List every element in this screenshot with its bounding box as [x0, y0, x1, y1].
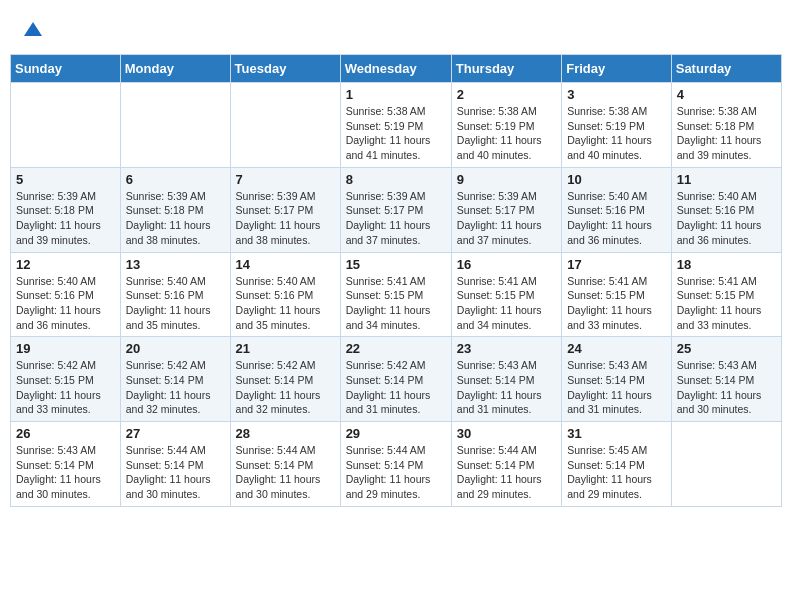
- calendar-cell: 16Sunrise: 5:41 AMSunset: 5:15 PMDayligh…: [451, 252, 561, 337]
- calendar-cell: 17Sunrise: 5:41 AMSunset: 5:15 PMDayligh…: [562, 252, 672, 337]
- calendar-week-1: 1Sunrise: 5:38 AMSunset: 5:19 PMDaylight…: [11, 83, 782, 168]
- day-info: Sunrise: 5:41 AMSunset: 5:15 PMDaylight:…: [677, 274, 776, 333]
- day-number: 31: [567, 426, 666, 441]
- day-number: 29: [346, 426, 446, 441]
- calendar-cell: 7Sunrise: 5:39 AMSunset: 5:17 PMDaylight…: [230, 167, 340, 252]
- col-header-sunday: Sunday: [11, 55, 121, 83]
- calendar-cell: 5Sunrise: 5:39 AMSunset: 5:18 PMDaylight…: [11, 167, 121, 252]
- day-info: Sunrise: 5:41 AMSunset: 5:15 PMDaylight:…: [457, 274, 556, 333]
- calendar-cell: 6Sunrise: 5:39 AMSunset: 5:18 PMDaylight…: [120, 167, 230, 252]
- day-number: 3: [567, 87, 666, 102]
- calendar-cell: [230, 83, 340, 168]
- day-info: Sunrise: 5:42 AMSunset: 5:14 PMDaylight:…: [126, 358, 225, 417]
- calendar-week-5: 26Sunrise: 5:43 AMSunset: 5:14 PMDayligh…: [11, 422, 782, 507]
- calendar-cell: 20Sunrise: 5:42 AMSunset: 5:14 PMDayligh…: [120, 337, 230, 422]
- calendar-cell: 28Sunrise: 5:44 AMSunset: 5:14 PMDayligh…: [230, 422, 340, 507]
- day-info: Sunrise: 5:39 AMSunset: 5:18 PMDaylight:…: [16, 189, 115, 248]
- calendar-cell: 9Sunrise: 5:39 AMSunset: 5:17 PMDaylight…: [451, 167, 561, 252]
- day-number: 14: [236, 257, 335, 272]
- col-header-tuesday: Tuesday: [230, 55, 340, 83]
- calendar-cell: 10Sunrise: 5:40 AMSunset: 5:16 PMDayligh…: [562, 167, 672, 252]
- day-number: 16: [457, 257, 556, 272]
- calendar-cell: 12Sunrise: 5:40 AMSunset: 5:16 PMDayligh…: [11, 252, 121, 337]
- day-number: 19: [16, 341, 115, 356]
- day-info: Sunrise: 5:38 AMSunset: 5:19 PMDaylight:…: [457, 104, 556, 163]
- calendar-cell: 31Sunrise: 5:45 AMSunset: 5:14 PMDayligh…: [562, 422, 672, 507]
- svg-marker-0: [24, 22, 42, 36]
- calendar-cell: 24Sunrise: 5:43 AMSunset: 5:14 PMDayligh…: [562, 337, 672, 422]
- calendar-cell: 14Sunrise: 5:40 AMSunset: 5:16 PMDayligh…: [230, 252, 340, 337]
- calendar-cell: 11Sunrise: 5:40 AMSunset: 5:16 PMDayligh…: [671, 167, 781, 252]
- calendar-cell: 21Sunrise: 5:42 AMSunset: 5:14 PMDayligh…: [230, 337, 340, 422]
- calendar-header-row: SundayMondayTuesdayWednesdayThursdayFrid…: [11, 55, 782, 83]
- day-info: Sunrise: 5:44 AMSunset: 5:14 PMDaylight:…: [457, 443, 556, 502]
- day-number: 5: [16, 172, 115, 187]
- calendar-cell: 2Sunrise: 5:38 AMSunset: 5:19 PMDaylight…: [451, 83, 561, 168]
- day-number: 21: [236, 341, 335, 356]
- day-number: 11: [677, 172, 776, 187]
- calendar-cell: [120, 83, 230, 168]
- calendar-table: SundayMondayTuesdayWednesdayThursdayFrid…: [10, 54, 782, 507]
- day-number: 9: [457, 172, 556, 187]
- calendar-cell: 13Sunrise: 5:40 AMSunset: 5:16 PMDayligh…: [120, 252, 230, 337]
- day-number: 15: [346, 257, 446, 272]
- calendar-cell: 1Sunrise: 5:38 AMSunset: 5:19 PMDaylight…: [340, 83, 451, 168]
- calendar-cell: 22Sunrise: 5:42 AMSunset: 5:14 PMDayligh…: [340, 337, 451, 422]
- day-number: 4: [677, 87, 776, 102]
- day-info: Sunrise: 5:40 AMSunset: 5:16 PMDaylight:…: [126, 274, 225, 333]
- day-number: 27: [126, 426, 225, 441]
- day-number: 1: [346, 87, 446, 102]
- calendar-cell: 18Sunrise: 5:41 AMSunset: 5:15 PMDayligh…: [671, 252, 781, 337]
- day-number: 10: [567, 172, 666, 187]
- calendar-cell: 19Sunrise: 5:42 AMSunset: 5:15 PMDayligh…: [11, 337, 121, 422]
- calendar-cell: 4Sunrise: 5:38 AMSunset: 5:18 PMDaylight…: [671, 83, 781, 168]
- day-number: 20: [126, 341, 225, 356]
- col-header-saturday: Saturday: [671, 55, 781, 83]
- calendar-cell: 8Sunrise: 5:39 AMSunset: 5:17 PMDaylight…: [340, 167, 451, 252]
- day-info: Sunrise: 5:42 AMSunset: 5:14 PMDaylight:…: [346, 358, 446, 417]
- calendar-cell: 25Sunrise: 5:43 AMSunset: 5:14 PMDayligh…: [671, 337, 781, 422]
- day-info: Sunrise: 5:38 AMSunset: 5:18 PMDaylight:…: [677, 104, 776, 163]
- page-header: [10, 10, 782, 50]
- day-number: 26: [16, 426, 115, 441]
- calendar-cell: 23Sunrise: 5:43 AMSunset: 5:14 PMDayligh…: [451, 337, 561, 422]
- day-number: 17: [567, 257, 666, 272]
- day-info: Sunrise: 5:40 AMSunset: 5:16 PMDaylight:…: [16, 274, 115, 333]
- calendar-cell: 30Sunrise: 5:44 AMSunset: 5:14 PMDayligh…: [451, 422, 561, 507]
- day-info: Sunrise: 5:39 AMSunset: 5:17 PMDaylight:…: [346, 189, 446, 248]
- calendar-week-2: 5Sunrise: 5:39 AMSunset: 5:18 PMDaylight…: [11, 167, 782, 252]
- day-number: 18: [677, 257, 776, 272]
- day-info: Sunrise: 5:44 AMSunset: 5:14 PMDaylight:…: [236, 443, 335, 502]
- day-info: Sunrise: 5:44 AMSunset: 5:14 PMDaylight:…: [346, 443, 446, 502]
- calendar-cell: [671, 422, 781, 507]
- calendar-cell: 26Sunrise: 5:43 AMSunset: 5:14 PMDayligh…: [11, 422, 121, 507]
- day-number: 7: [236, 172, 335, 187]
- calendar-cell: 15Sunrise: 5:41 AMSunset: 5:15 PMDayligh…: [340, 252, 451, 337]
- day-number: 6: [126, 172, 225, 187]
- calendar-cell: 27Sunrise: 5:44 AMSunset: 5:14 PMDayligh…: [120, 422, 230, 507]
- day-info: Sunrise: 5:43 AMSunset: 5:14 PMDaylight:…: [16, 443, 115, 502]
- day-info: Sunrise: 5:45 AMSunset: 5:14 PMDaylight:…: [567, 443, 666, 502]
- day-number: 24: [567, 341, 666, 356]
- day-info: Sunrise: 5:39 AMSunset: 5:18 PMDaylight:…: [126, 189, 225, 248]
- day-number: 2: [457, 87, 556, 102]
- day-info: Sunrise: 5:38 AMSunset: 5:19 PMDaylight:…: [346, 104, 446, 163]
- day-info: Sunrise: 5:43 AMSunset: 5:14 PMDaylight:…: [457, 358, 556, 417]
- day-info: Sunrise: 5:40 AMSunset: 5:16 PMDaylight:…: [236, 274, 335, 333]
- day-info: Sunrise: 5:43 AMSunset: 5:14 PMDaylight:…: [567, 358, 666, 417]
- col-header-wednesday: Wednesday: [340, 55, 451, 83]
- day-info: Sunrise: 5:42 AMSunset: 5:14 PMDaylight:…: [236, 358, 335, 417]
- day-info: Sunrise: 5:40 AMSunset: 5:16 PMDaylight:…: [567, 189, 666, 248]
- day-info: Sunrise: 5:42 AMSunset: 5:15 PMDaylight:…: [16, 358, 115, 417]
- day-info: Sunrise: 5:40 AMSunset: 5:16 PMDaylight:…: [677, 189, 776, 248]
- day-info: Sunrise: 5:44 AMSunset: 5:14 PMDaylight:…: [126, 443, 225, 502]
- day-number: 28: [236, 426, 335, 441]
- calendar-week-4: 19Sunrise: 5:42 AMSunset: 5:15 PMDayligh…: [11, 337, 782, 422]
- day-number: 25: [677, 341, 776, 356]
- col-header-friday: Friday: [562, 55, 672, 83]
- day-number: 8: [346, 172, 446, 187]
- logo-icon: [22, 18, 44, 40]
- day-number: 23: [457, 341, 556, 356]
- day-info: Sunrise: 5:41 AMSunset: 5:15 PMDaylight:…: [346, 274, 446, 333]
- calendar-cell: 3Sunrise: 5:38 AMSunset: 5:19 PMDaylight…: [562, 83, 672, 168]
